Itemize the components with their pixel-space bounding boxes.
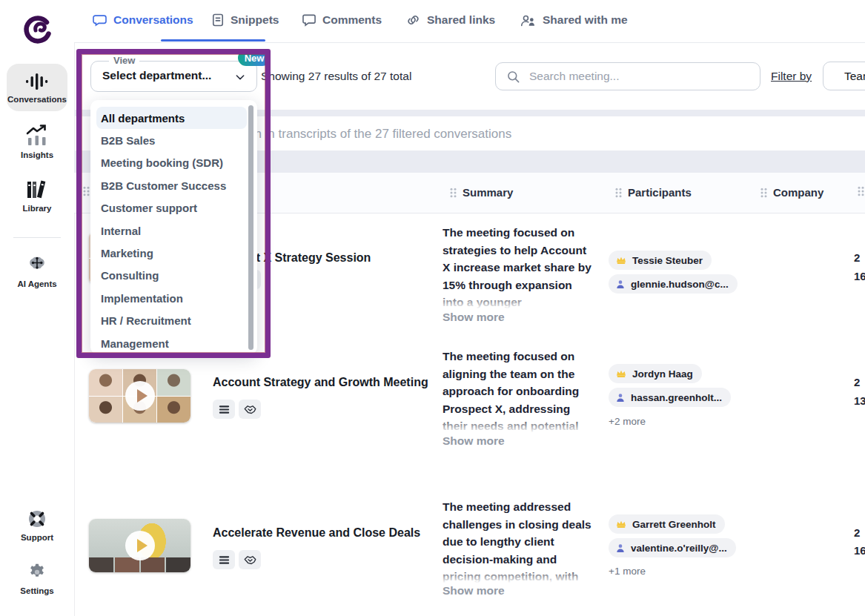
hamburger-icon [219, 555, 230, 565]
department-dropdown: All departments B2B Sales Meeting bookin… [90, 100, 257, 354]
participant-pill[interactable]: valentine.o'reilly@... [609, 538, 736, 557]
dropdown-scrollbar-thumb[interactable] [248, 105, 253, 350]
dropdown-item-internal[interactable]: Internal [90, 219, 257, 242]
time-value-clipped: 16 [854, 544, 865, 557]
select-label: View [109, 55, 139, 66]
meeting-title[interactable]: Accelerate Revenue and Close Deals [213, 526, 420, 540]
participant-name: valentine.o'reilly@... [631, 543, 727, 554]
dropdown-item-marketing[interactable]: Marketing [90, 242, 257, 264]
select-value: Select department... [102, 69, 211, 82]
dropdown-item-implementation[interactable]: Implementation [90, 287, 257, 309]
dropdown-item-management[interactable]: Management [90, 332, 257, 354]
notes-button[interactable] [213, 550, 235, 569]
participant-pill[interactable]: Garrett Greenholt [609, 514, 725, 534]
app-window: Conversations Insights L [0, 0, 865, 616]
dropdown-item-b2b-sales[interactable]: B2B Sales [90, 129, 257, 151]
dropdown-item-customer-support[interactable]: Customer support [90, 197, 257, 219]
more-participants-label[interactable]: +1 more [609, 566, 646, 577]
dropdown-item-meeting-booking-sdr[interactable]: Meeting booking (SDR) [90, 152, 257, 174]
meeting-summary: The meeting addressed challenges in clos… [443, 498, 596, 585]
participant-name: Garrett Greenholt [632, 519, 716, 530]
chevron-down-icon [234, 71, 246, 83]
play-button-icon [125, 531, 155, 560]
dropdown-item-consulting[interactable]: Consulting [90, 265, 257, 287]
meeting-thumbnail[interactable] [89, 519, 190, 572]
department-select[interactable]: View Select department... [90, 61, 257, 92]
new-badge: New [238, 50, 271, 66]
dropdown-item-all-departments[interactable]: All departments [96, 107, 247, 129]
person-icon [615, 543, 626, 554]
dropdown-item-b2b-customer-success[interactable]: B2B Customer Success [90, 174, 257, 196]
show-more-link[interactable]: Show more [443, 584, 505, 597]
handshake-icon [244, 554, 256, 565]
dropdown-item-hr-recruitment[interactable]: HR / Recruitment [90, 310, 257, 332]
date-value-clipped: 2 [854, 526, 865, 539]
deal-button[interactable] [239, 550, 261, 569]
crown-icon [615, 519, 627, 529]
